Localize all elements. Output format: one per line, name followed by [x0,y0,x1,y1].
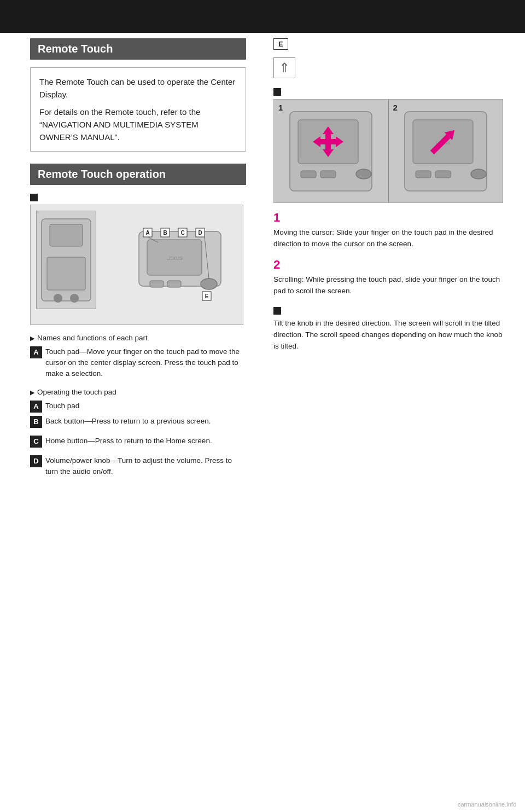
diagram-box: LEXUS A B C [30,205,243,325]
svg-point-42 [471,169,486,179]
svg-point-3 [70,294,79,303]
right-column: E ⇑ 1 LEXUS [262,0,525,812]
bullet1-arrow: Names and functions of each part [30,333,246,344]
svg-point-10 [201,279,217,289]
img1-svg: LEXUS [279,101,383,202]
svg-text:LEXUS: LEXUS [166,256,183,261]
two-images-panel: 1 LEXUS [273,99,503,203]
car-svg [39,213,94,306]
section2-title: Remote Touch operation [38,168,166,180]
badge-A2: A [30,401,42,413]
item-A2-row: A Touch pad [30,401,246,413]
step2-text: Scrolling: While pressing the touch pad,… [273,274,509,297]
svg-text:B: B [163,230,167,236]
badge-B: B [30,416,42,428]
step2-block: 2 Scrolling: While pressing the touch pa… [273,258,509,297]
info-box: The Remote Touch can be used to operate … [30,67,246,152]
step2-number: 2 [273,258,509,272]
bullet1-text: Names and functions of each part [37,333,148,344]
svg-rect-9 [167,281,181,287]
section1-title: Remote Touch [38,43,113,55]
svg-rect-41 [435,171,451,178]
scrolling-text: Tilt the knob in the desired direction. … [273,318,509,352]
item-D-text: Volume/power knob—Turn to adjust the vol… [45,455,246,478]
image2-number: 2 [393,103,398,112]
badge-D: D [30,455,42,467]
svg-text:C: C [180,230,184,236]
info-para1: The Remote Touch can be used to operate … [39,76,237,101]
svg-rect-26 [301,171,316,178]
image-panel-2: 2 LEXUS [389,100,503,202]
label-E-section: E [273,38,509,53]
info-para2: For details on the Remote touch, refer t… [39,106,237,144]
svg-rect-34 [320,139,328,144]
device-svg: LEXUS A B C [128,215,232,316]
item-B-row: B Back button—Press to return to a previ… [30,416,246,428]
svg-text:A: A [145,230,149,236]
svg-text:D: D [198,230,202,236]
car-sketch [36,211,96,309]
svg-point-2 [54,294,62,303]
svg-rect-40 [416,171,431,178]
label-E-text: E [278,40,283,48]
svg-rect-27 [320,171,336,178]
bullet2-text: Operating the touch pad [37,387,116,398]
image-panel-1: 1 LEXUS [274,100,389,202]
section2-header: Remote Touch operation [30,164,246,185]
item-D-row: D Volume/power knob—Turn to adjust the v… [30,455,246,478]
svg-rect-1 [47,257,85,290]
svg-rect-4 [50,224,83,246]
black-square-icon2 [273,88,281,96]
left-column: Remote Touch The Remote Touch can be use… [0,0,262,812]
item-A2-text: Touch pad [45,401,79,411]
up-arrow-box: ⇑ [273,57,295,78]
up-arrow-icon: ⇑ [279,60,290,76]
item-C-row: C Home button—Press to return to the Hom… [30,436,246,448]
device-area: LEXUS A B C [128,215,232,316]
step1-block: 1 Moving the cursor: Slide your finger o… [273,211,509,250]
watermark: carmanualsonline.info [458,801,516,808]
bullet1-heading [30,193,246,201]
scrolling-heading-row [273,306,509,315]
img2-svg: LEXUS [394,101,498,202]
svg-text:E: E [205,293,209,299]
image1-number: 1 [278,103,283,112]
item-B-text: Back button—Press to return to a previou… [45,416,211,427]
item-A-row: A Touch pad—Move your finger on the touc… [30,346,246,380]
diagram-inner: LEXUS A B C [31,205,243,324]
svg-rect-36 [328,139,336,144]
badge-A: A [30,346,42,358]
step1-text: Moving the cursor: Slide your finger on … [273,227,509,250]
bullet2-arrow: Operating the touch pad [30,387,246,398]
item-C-text: Home button—Press to return to the Home … [45,436,212,446]
top-bar [0,0,525,33]
black-square-icon3 [273,307,281,315]
images-section-heading [273,87,509,96]
section1-header: Remote Touch [30,38,246,60]
svg-rect-8 [150,281,164,287]
svg-point-28 [356,169,371,179]
black-square-icon [30,194,38,201]
item-A-text: Touch pad—Move your finger on the touch … [45,346,246,380]
label-E-box: E [273,38,288,50]
step1-number: 1 [273,211,509,225]
badge-C: C [30,436,42,448]
